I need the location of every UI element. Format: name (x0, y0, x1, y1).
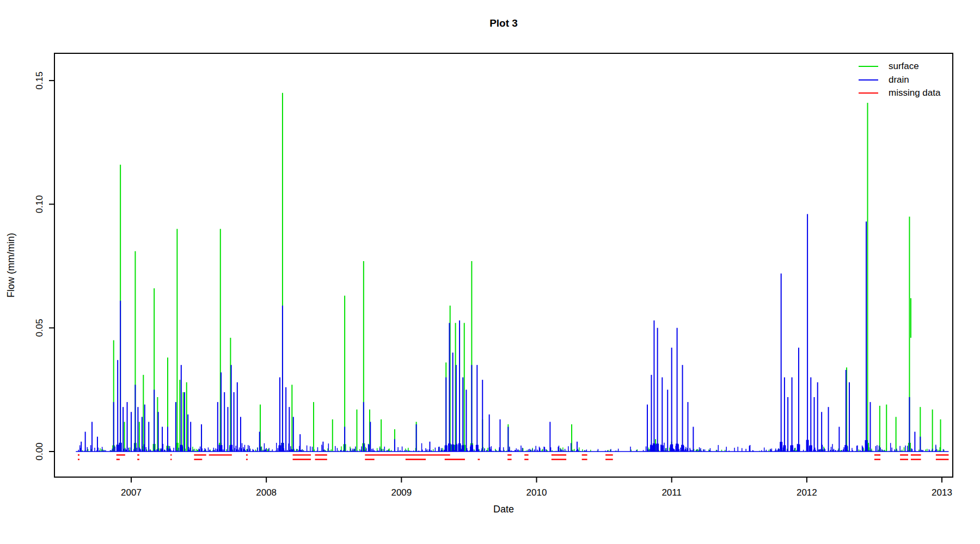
svg-text:2011: 2011 (661, 487, 682, 498)
svg-text:0.05: 0.05 (34, 319, 45, 337)
chart-page: Plot 3 Flow (mm/min) Date 20072008200920… (0, 0, 980, 544)
svg-text:0.15: 0.15 (34, 72, 45, 90)
svg-text:2007: 2007 (121, 487, 142, 498)
legend-item-drain: drain (859, 73, 940, 87)
plot-area: 20072008200920102011201220130.000.050.10… (0, 0, 980, 544)
missing-data-marks (78, 455, 948, 459)
legend-line-drain (859, 79, 878, 81)
svg-text:2009: 2009 (391, 487, 412, 498)
series-drain (76, 214, 948, 452)
svg-text:2008: 2008 (256, 487, 277, 498)
legend-item-missing-data: missing data (859, 86, 940, 100)
legend-line-surface (859, 66, 878, 67)
svg-text:0.10: 0.10 (34, 195, 45, 213)
legend-label-missing-data: missing data (889, 88, 940, 98)
legend-item-surface: surface (859, 60, 940, 73)
legend-line-missing-data (859, 92, 878, 94)
svg-text:0.00: 0.00 (34, 442, 45, 460)
svg-text:2010: 2010 (526, 487, 547, 498)
legend-label-drain: drain (889, 75, 909, 85)
svg-text:2013: 2013 (932, 487, 952, 498)
svg-text:2012: 2012 (797, 487, 817, 498)
legend-label-surface: surface (889, 61, 919, 72)
axes: 20072008200920102011201220130.000.050.10… (34, 53, 953, 498)
legend: surface drain missing data (859, 60, 940, 100)
